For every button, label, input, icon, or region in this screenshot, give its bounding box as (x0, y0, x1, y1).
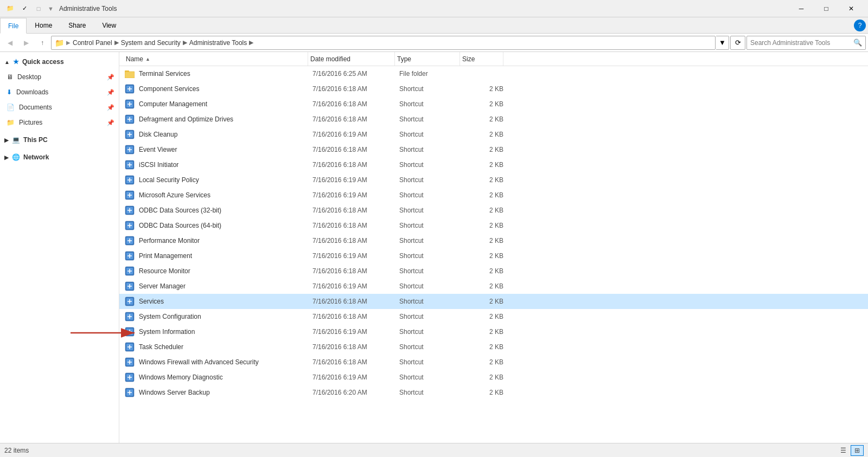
file-type: Shortcut (399, 176, 464, 184)
help-button[interactable]: ? (854, 20, 866, 31)
sidebar-item-downloads[interactable]: ⬇ Downloads 📌 (0, 85, 119, 100)
file-type: Shortcut (399, 131, 464, 138)
breadcrumb-admin-tools[interactable]: Administrative Tools (189, 39, 247, 47)
column-header-date[interactable]: Date modified (308, 52, 395, 66)
details-view-button[interactable]: ☰ (837, 445, 850, 456)
table-row[interactable]: System Information 7/16/2016 6:19 AM Sho… (119, 324, 868, 339)
pictures-icon: 📁 (7, 119, 15, 126)
table-row[interactable]: ODBC Data Sources (32-bit) 7/16/2016 6:1… (119, 203, 868, 218)
table-row[interactable]: Windows Memory Diagnostic 7/16/2016 6:19… (119, 370, 868, 385)
file-date: 7/16/2016 6:18 AM (312, 85, 399, 93)
file-name: System Configuration (139, 313, 312, 320)
table-row[interactable]: Resource Monitor 7/16/2016 6:18 AM Short… (119, 263, 868, 279)
table-row[interactable]: Local Security Policy 7/16/2016 6:19 AM … (119, 172, 868, 188)
item-count: 22 items (4, 447, 29, 454)
file-date: 7/16/2016 6:19 AM (312, 282, 399, 290)
file-icon (124, 265, 136, 277)
file-date: 7/16/2016 6:18 AM (312, 298, 399, 305)
file-name: Windows Firewall with Advanced Security (139, 358, 312, 366)
sidebar-item-pictures[interactable]: 📁 Pictures 📌 (0, 115, 119, 130)
file-date: 7/16/2016 6:18 AM (312, 115, 399, 123)
file-type: Shortcut (399, 358, 464, 366)
file-type: File folder (399, 70, 464, 78)
large-icons-view-button[interactable]: ⊞ (851, 445, 864, 456)
file-type: Shortcut (399, 282, 464, 290)
sidebar-section-quick-access: ▲ ★ Quick access 🖥 Desktop 📌 ⬇ Downloads… (0, 54, 119, 130)
table-row[interactable]: Terminal Services 7/16/2016 6:25 AM File… (119, 66, 868, 81)
tab-file[interactable]: File (0, 18, 27, 34)
table-row[interactable]: Computer Management 7/16/2016 6:18 AM Sh… (119, 96, 868, 112)
sidebar: ▲ ★ Quick access 🖥 Desktop 📌 ⬇ Downloads… (0, 52, 119, 443)
address-bar[interactable]: 📁 ▶ Control Panel ▶ System and Security … (51, 36, 716, 50)
minimize-button[interactable]: ─ (789, 0, 814, 17)
refresh-button[interactable]: ⟳ (730, 36, 745, 50)
downloads-label: Downloads (16, 88, 48, 96)
table-row[interactable]: Event Viewer 7/16/2016 6:18 AM Shortcut … (119, 142, 868, 157)
downloads-pin-icon: 📌 (107, 89, 114, 96)
forward-button[interactable]: ▶ (18, 36, 34, 50)
table-row[interactable]: Disk Cleanup 7/16/2016 6:19 AM Shortcut … (119, 127, 868, 142)
search-box[interactable]: 🔍 (746, 36, 866, 50)
ribbon-tabs: File Home Share View ? (0, 17, 868, 34)
sidebar-section-header-quick-access[interactable]: ▲ ★ Quick access (0, 54, 119, 69)
back-button[interactable]: ◀ (2, 36, 17, 50)
file-date: 7/16/2016 6:18 AM (312, 358, 399, 366)
table-row[interactable]: Microsoft Azure Services 7/16/2016 6:19 … (119, 188, 868, 203)
table-row[interactable]: Services 7/16/2016 6:18 AM Shortcut 2 KB (119, 294, 868, 309)
table-row[interactable]: ODBC Data Sources (64-bit) 7/16/2016 6:1… (119, 218, 868, 233)
breadcrumb-system-security[interactable]: System and Security (121, 39, 181, 47)
file-size: 2 KB (464, 298, 508, 305)
file-icon (124, 295, 136, 307)
table-row[interactable]: System Configuration 7/16/2016 6:18 AM S… (119, 309, 868, 324)
up-button[interactable]: ↑ (35, 36, 50, 50)
table-row[interactable]: Performance Monitor 7/16/2016 6:18 AM Sh… (119, 233, 868, 248)
file-size: 2 KB (464, 389, 508, 396)
file-date: 7/16/2016 6:19 AM (312, 191, 399, 199)
file-size: 2 KB (464, 161, 508, 169)
table-row[interactable]: Task Scheduler 7/16/2016 6:18 AM Shortcu… (119, 339, 868, 355)
tab-home[interactable]: Home (27, 17, 60, 33)
sidebar-item-network[interactable]: ▶ 🌐 Network (0, 150, 119, 165)
title-bar-controls: ─ □ ✕ (789, 0, 864, 17)
table-row[interactable]: Server Manager 7/16/2016 6:19 AM Shortcu… (119, 279, 868, 294)
maximize-button[interactable]: □ (814, 0, 839, 17)
documents-label: Documents (19, 104, 52, 111)
column-header-name[interactable]: Name ▲ (124, 52, 308, 66)
sidebar-item-this-pc[interactable]: ▶ 💻 This PC (0, 132, 119, 147)
table-row[interactable]: Component Services 7/16/2016 6:18 AM Sho… (119, 81, 868, 96)
save-icon[interactable]: ✓ (18, 3, 30, 15)
this-pc-label: This PC (23, 136, 48, 144)
tab-view[interactable]: View (94, 17, 124, 33)
file-date: 7/16/2016 6:18 AM (312, 222, 399, 229)
table-row[interactable]: iSCSI Initiator 7/16/2016 6:18 AM Shortc… (119, 157, 868, 172)
search-input[interactable] (750, 39, 851, 47)
file-type: Shortcut (399, 252, 464, 260)
new-folder-icon[interactable]: □ (33, 3, 44, 15)
downloads-icon: ⬇ (7, 88, 12, 96)
file-name: Performance Monitor (139, 237, 312, 244)
file-type: Shortcut (399, 298, 464, 305)
quick-access-star-icon: ★ (13, 58, 19, 66)
table-row[interactable]: Print Management 7/16/2016 6:19 AM Short… (119, 248, 868, 263)
file-size: 2 KB (464, 191, 508, 199)
breadcrumb-control-panel[interactable]: Control Panel (73, 39, 112, 47)
sidebar-section-this-pc: ▶ 💻 This PC (0, 132, 119, 147)
column-header-size[interactable]: Size (460, 52, 503, 66)
table-row[interactable]: Windows Server Backup 7/16/2016 6:20 AM … (119, 385, 868, 400)
file-type: Shortcut (399, 389, 464, 396)
table-row[interactable]: Windows Firewall with Advanced Security … (119, 355, 868, 370)
sidebar-item-desktop[interactable]: 🖥 Desktop 📌 (0, 69, 119, 85)
table-row[interactable]: Defragment and Optimize Drives 7/16/2016… (119, 112, 868, 127)
column-header-type[interactable]: Type (395, 52, 460, 66)
sidebar-item-documents[interactable]: 📄 Documents 📌 (0, 100, 119, 115)
file-icon (124, 174, 136, 186)
file-type: Shortcut (399, 374, 464, 381)
file-size: 2 KB (464, 267, 508, 275)
file-name: System Information (139, 328, 312, 336)
address-dropdown[interactable]: ▼ (716, 36, 729, 50)
tab-share[interactable]: Share (60, 17, 94, 33)
desktop-icon: 🖥 (7, 73, 13, 81)
file-list[interactable]: Terminal Services 7/16/2016 6:25 AM File… (119, 66, 868, 443)
close-button[interactable]: ✕ (839, 0, 864, 17)
file-date: 7/16/2016 6:18 AM (312, 343, 399, 351)
